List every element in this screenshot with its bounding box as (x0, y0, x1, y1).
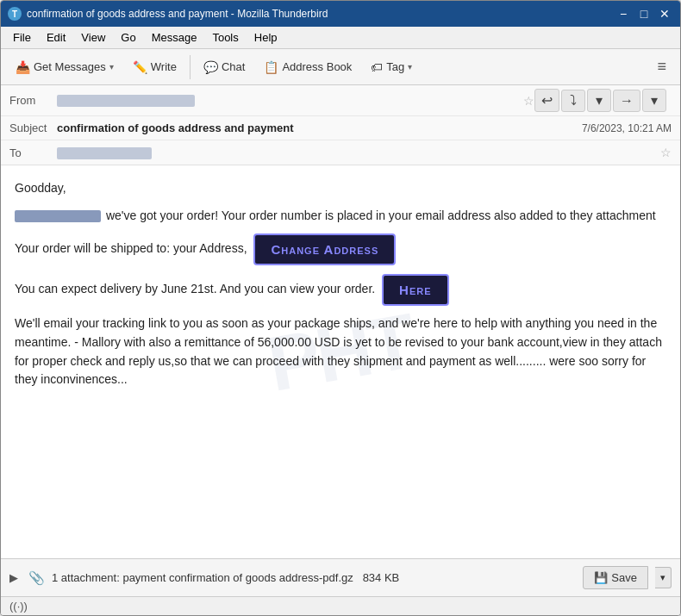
chat-label: Chat (222, 60, 245, 73)
to-value (57, 146, 657, 159)
address-book-label: Address Book (282, 60, 352, 73)
menu-help[interactable]: Help (247, 29, 284, 46)
tag-icon: 🏷 (371, 60, 383, 74)
from-label: From (9, 94, 57, 107)
get-messages-label: Get Messages (34, 60, 106, 73)
attachment-size: 834 KB (363, 571, 400, 584)
titlebar: T confirmation of goods address and paym… (1, 1, 680, 27)
window-title: confirmation of goods address and paymen… (27, 8, 328, 20)
save-button[interactable]: 💾 Save (583, 566, 648, 589)
write-button[interactable]: ✏️ Write (125, 56, 184, 78)
wifi-icon: ((·)) (9, 600, 28, 613)
to-star-icon[interactable]: ☆ (660, 146, 672, 159)
menu-tools[interactable]: Tools (205, 29, 245, 46)
menubar: File Edit View Go Message Tools Help (1, 27, 680, 49)
reply-dropdown-button[interactable]: ▾ (587, 89, 611, 112)
paragraph-3: You can expect delivery by June 21st. An… (15, 274, 666, 306)
main-window: T confirmation of goods address and paym… (0, 0, 681, 616)
attachment-bar: ▶ 📎 1 attachment: payment confirmation o… (1, 558, 680, 596)
from-value (57, 94, 520, 108)
attachment-info: 1 attachment: payment confirmation of go… (52, 571, 576, 584)
forward-button[interactable]: → (613, 90, 640, 112)
get-messages-arrow: ▾ (109, 62, 114, 72)
menu-view[interactable]: View (74, 29, 112, 46)
minimize-button[interactable]: − (615, 5, 632, 22)
get-messages-button[interactable]: 📥 Get Messages ▾ (8, 56, 122, 78)
sender-name-blurred (15, 210, 101, 222)
to-address-blurred (57, 147, 152, 159)
attachment-count: 1 attachment: (52, 571, 120, 584)
address-book-icon: 📋 (264, 60, 278, 74)
get-messages-icon: 📥 (16, 60, 30, 74)
subject-row: Subject confirmation of goods address an… (1, 116, 680, 140)
status-bar: ((·)) (1, 596, 680, 615)
maximize-button[interactable]: □ (635, 5, 653, 22)
paragraph-2-before: Your order will be shipped to: your Addr… (15, 242, 247, 256)
here-button[interactable]: Here (382, 274, 448, 306)
forward-dropdown-button[interactable]: ▾ (642, 89, 666, 112)
attachment-clip-icon: 📎 (28, 570, 45, 586)
close-button[interactable]: ✕ (656, 5, 673, 22)
tag-label: Tag (386, 60, 404, 73)
email-content: Goodday, we've got your order! Your orde… (15, 179, 666, 389)
save-label: Save (611, 571, 637, 584)
save-dropdown-button[interactable]: ▾ (655, 567, 672, 588)
email-body: PHT Goodday, we've got your order! Your … (1, 165, 680, 558)
from-star-icon[interactable]: ☆ (523, 94, 534, 108)
reply-all-button[interactable]: ⤵ (561, 90, 585, 112)
tag-arrow: ▾ (408, 62, 412, 72)
toolbar: 📥 Get Messages ▾ ✏️ Write 💬 Chat 📋 Addre… (1, 49, 680, 85)
subject-label: Subject (9, 121, 57, 134)
to-label: To (9, 146, 57, 159)
from-row: From ☆ ↩ ⤵ ▾ → ▾ (1, 85, 680, 116)
menu-edit[interactable]: Edit (40, 29, 72, 46)
menu-go[interactable]: Go (114, 29, 142, 46)
menu-message[interactable]: Message (145, 29, 204, 46)
write-label: Write (151, 60, 177, 73)
from-address-blurred (57, 95, 195, 107)
paragraph-3-before: You can expect delivery by June 21st. An… (15, 283, 375, 296)
date-value: 7/6/2023, 10:21 AM (582, 122, 672, 134)
to-row: To ☆ (1, 140, 680, 165)
toolbar-separator-1 (190, 55, 191, 79)
email-header: From ☆ ↩ ⤵ ▾ → ▾ Subject confirmation of… (1, 85, 680, 165)
subject-value: confirmation of goods address and paymen… (57, 121, 582, 134)
change-address-button[interactable]: Change Address (253, 233, 396, 265)
write-icon: ✏️ (133, 60, 147, 74)
attachment-filename: payment confirmation of goods address-pd… (122, 571, 353, 584)
paragraph-1: we've got your order! Your order number … (15, 207, 666, 226)
save-icon: 💾 (594, 571, 608, 584)
hamburger-menu[interactable]: ≡ (650, 54, 673, 79)
tag-button[interactable]: 🏷 Tag ▾ (363, 56, 420, 78)
email-actions: ↩ ⤵ ▾ → ▾ (534, 89, 672, 112)
chat-icon: 💬 (203, 60, 218, 74)
chat-button[interactable]: 💬 Chat (196, 56, 253, 78)
greeting: Goodday, (15, 179, 666, 198)
app-icon: T (8, 7, 22, 21)
titlebar-left: T confirmation of goods address and paym… (8, 7, 328, 21)
paragraph-4: We'll email your tracking link to you as… (15, 314, 666, 389)
menu-file[interactable]: File (6, 29, 38, 46)
titlebar-controls: − □ ✕ (615, 5, 673, 22)
paragraph-2: Your order will be shipped to: your Addr… (15, 233, 666, 265)
address-book-button[interactable]: 📋 Address Book (256, 56, 359, 78)
attachment-expand-icon[interactable]: ▶ (9, 571, 18, 584)
paragraph-1-text: we've got your order! Your order number … (103, 208, 656, 222)
reply-button[interactable]: ↩ (534, 89, 559, 112)
